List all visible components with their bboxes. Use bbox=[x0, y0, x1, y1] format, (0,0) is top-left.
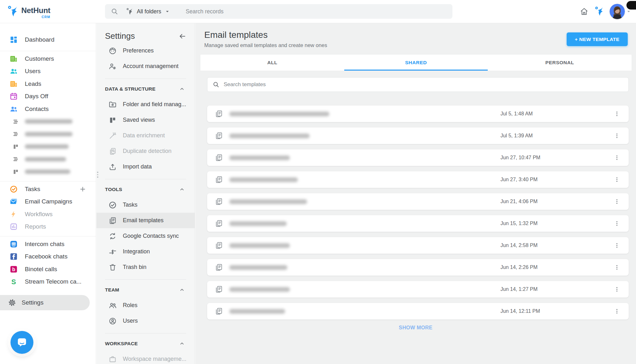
row-menu-kebab-icon[interactable] bbox=[613, 154, 620, 161]
chat-launcher-button[interactable] bbox=[10, 331, 33, 354]
tab-all[interactable]: ALL bbox=[200, 55, 344, 71]
settings-item-data-enrichment[interactable]: Data enrichment bbox=[96, 128, 195, 143]
template-row[interactable]: Jul 5, 1:48 AM bbox=[207, 106, 629, 122]
settings-section-team[interactable]: TEAM bbox=[96, 282, 195, 298]
global-search-bar[interactable]: All folders Search records bbox=[105, 4, 452, 19]
row-menu-kebab-icon[interactable] bbox=[613, 242, 620, 249]
settings-item-label: Data enrichment bbox=[123, 132, 165, 139]
settings-item-folder-and-field-manag[interactable]: Folder and field manag... bbox=[96, 97, 195, 112]
settings-item-users[interactable]: Users bbox=[96, 313, 195, 329]
new-template-button[interactable]: + NEW TEMPLATE bbox=[567, 32, 628, 46]
sidebar-item-customers[interactable]: Customers bbox=[0, 52, 96, 65]
sidebar-item-intercom-chats[interactable]: Intercom chats bbox=[0, 238, 96, 251]
template-row[interactable]: Jun 15, 1:32 PM bbox=[207, 215, 629, 232]
row-menu-kebab-icon[interactable] bbox=[613, 264, 620, 271]
template-row[interactable]: Jun 14, 12:11 PM bbox=[207, 303, 629, 319]
sidebar-item-stream-telecom-ca[interactable]: SStream Telecom ca... bbox=[0, 276, 96, 288]
tab-personal[interactable]: PERSONAL bbox=[488, 55, 632, 71]
row-menu-kebab-icon[interactable] bbox=[613, 198, 620, 205]
template-row[interactable]: Jul 5, 1:39 AM bbox=[207, 127, 629, 144]
sidebar-item-reports[interactable]: Reports bbox=[0, 221, 96, 233]
home-icon[interactable] bbox=[580, 7, 589, 16]
sidebar-item-tasks[interactable]: Tasks bbox=[0, 183, 96, 196]
list-view-icon bbox=[12, 131, 19, 137]
svg-text:b: b bbox=[12, 266, 15, 272]
template-modified-date: Jun 14, 2:58 PM bbox=[500, 243, 538, 248]
people-icon bbox=[9, 67, 18, 76]
template-modified-date: Jul 5, 1:48 AM bbox=[500, 111, 533, 117]
tab-shared[interactable]: SHARED bbox=[344, 55, 488, 71]
settings-divider bbox=[105, 333, 186, 333]
settings-item-import-data[interactable]: Import data bbox=[96, 159, 195, 175]
top-bar: NetHunt CRM All folders Search records bbox=[0, 0, 636, 23]
avatar[interactable] bbox=[610, 4, 625, 19]
row-menu-kebab-icon[interactable] bbox=[613, 308, 620, 315]
settings-item-integration[interactable]: Integration bbox=[96, 244, 195, 259]
folder-scope-selector[interactable]: All folders bbox=[126, 8, 171, 16]
sidebar-item-users[interactable]: Users bbox=[0, 65, 96, 78]
sidebar-item-contacts[interactable]: Contacts bbox=[0, 103, 96, 115]
settings-item-duplicate-detection[interactable]: Duplicate detection bbox=[96, 143, 195, 159]
row-menu-kebab-icon[interactable] bbox=[613, 132, 620, 139]
settings-item-preferences[interactable]: Preferences bbox=[96, 43, 195, 58]
template-search-input[interactable]: Search templates bbox=[207, 77, 629, 92]
nethunt-logo[interactable]: NetHunt CRM bbox=[7, 4, 50, 19]
row-menu-kebab-icon[interactable] bbox=[613, 220, 620, 227]
settings-item-account-management[interactable]: Account management bbox=[96, 58, 195, 74]
template-search-placeholder: Search templates bbox=[224, 81, 266, 88]
sidebar-item-days-off[interactable]: Days Off bbox=[0, 90, 96, 103]
settings-section-tools[interactable]: TOOLS bbox=[96, 182, 195, 197]
panel-resize-handle[interactable] bbox=[97, 172, 98, 178]
sidebar-item-label: Days Off bbox=[25, 93, 48, 100]
template-row[interactable]: Jun 14, 2:26 PM bbox=[207, 259, 629, 276]
settings-item-email-templates[interactable]: Email templates bbox=[96, 213, 195, 228]
settings-item-roles[interactable]: Roles bbox=[96, 298, 195, 313]
settings-item-tasks[interactable]: Tasks bbox=[96, 197, 195, 213]
sidebar-item-label: Intercom chats bbox=[25, 241, 65, 248]
sidebar-item-workflows[interactable]: Workflows bbox=[0, 208, 96, 221]
template-icon bbox=[215, 285, 223, 293]
page-title: Email templates bbox=[204, 30, 327, 40]
template-modified-date: Jun 15, 1:32 PM bbox=[500, 221, 538, 226]
template-row[interactable]: Jun 27, 3:40 PM bbox=[207, 171, 629, 188]
sidebar-item-facebook-chats[interactable]: Facebook chats bbox=[0, 251, 96, 263]
sidebar-item-binotel-calls[interactable]: bBinotel calls bbox=[0, 263, 96, 276]
settings-section-workspace[interactable]: WORKSPACE bbox=[96, 336, 195, 351]
sidebar-item-dashboard[interactable]: Dashboard bbox=[0, 32, 96, 48]
row-menu-kebab-icon[interactable] bbox=[613, 110, 620, 117]
row-menu-kebab-icon[interactable] bbox=[613, 286, 620, 293]
sidebar-record-item-redacted[interactable] bbox=[0, 128, 96, 141]
redacted-template-name bbox=[229, 243, 290, 248]
redacted-template-name bbox=[229, 287, 290, 292]
sidebar-item-settings[interactable]: Settings bbox=[0, 295, 90, 310]
nethunt-app-icon[interactable] bbox=[594, 6, 605, 17]
settings-item-label: Email templates bbox=[123, 217, 164, 224]
template-modified-date: Jun 14, 1:27 PM bbox=[500, 286, 538, 292]
plus-icon[interactable] bbox=[79, 186, 86, 193]
sidebar-record-item-redacted[interactable] bbox=[0, 141, 96, 153]
settings-item-label: Preferences bbox=[123, 47, 154, 54]
template-row[interactable]: Jun 27, 10:47 PM bbox=[207, 149, 629, 166]
template-modified-date: Jul 5, 1:39 AM bbox=[500, 133, 533, 139]
folder-gear-icon bbox=[108, 100, 117, 109]
sidebar-record-item-redacted[interactable] bbox=[0, 166, 96, 178]
magic-wand-icon bbox=[108, 132, 117, 140]
svg-text:S: S bbox=[11, 278, 16, 286]
settings-item-workspace-manageme[interactable]: Workspace manageme... bbox=[96, 351, 195, 364]
template-list: Jul 5, 1:48 AMJul 5, 1:39 AMJun 27, 10:4… bbox=[207, 106, 629, 319]
settings-item-google-contacts-sync[interactable]: Google Contacts sync bbox=[96, 228, 195, 244]
settings-item-trash-bin[interactable]: Trash bin bbox=[96, 259, 195, 275]
template-row[interactable]: Jun 14, 2:58 PM bbox=[207, 237, 629, 254]
show-more-button[interactable]: SHOW MORE bbox=[195, 325, 636, 331]
sidebar-item-email-campaigns[interactable]: Email Campaigns bbox=[0, 196, 96, 208]
back-arrow-icon[interactable] bbox=[178, 32, 186, 40]
row-menu-kebab-icon[interactable] bbox=[613, 176, 620, 183]
sidebar-item-leads[interactable]: Leads bbox=[0, 78, 96, 90]
settings-item-saved-views[interactable]: Saved views bbox=[96, 112, 195, 128]
template-row[interactable]: Jun 21, 4:06 PM bbox=[207, 193, 629, 210]
sidebar-record-item-redacted[interactable] bbox=[0, 153, 96, 166]
settings-section-label: TOOLS bbox=[105, 187, 122, 192]
settings-section-data-structure[interactable]: DATA & STRUCTURE bbox=[96, 81, 195, 97]
sidebar-record-item-redacted[interactable] bbox=[0, 115, 96, 128]
template-row[interactable]: Jun 14, 1:27 PM bbox=[207, 281, 629, 298]
